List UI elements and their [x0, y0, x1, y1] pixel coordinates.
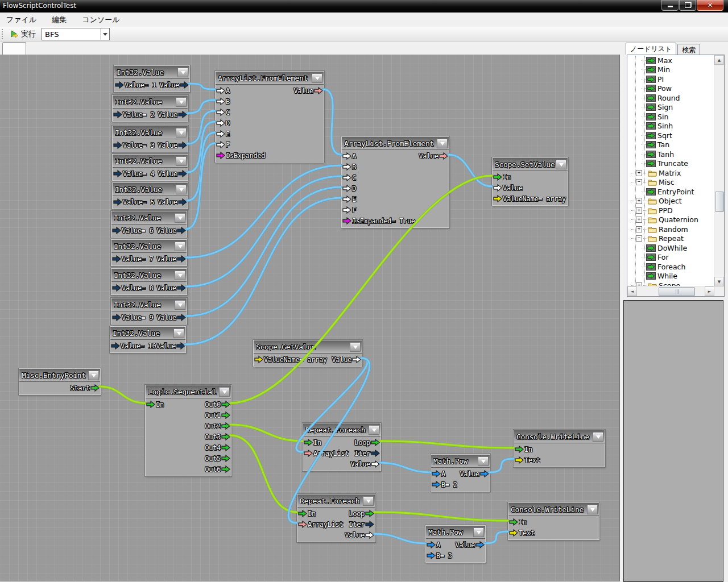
input-pin-in[interactable]: In: [509, 518, 527, 526]
menu-console[interactable]: コンソール: [76, 13, 126, 27]
output-pin-out6[interactable]: Out6: [205, 465, 230, 473]
node-menu-button[interactable]: [173, 329, 184, 338]
input-pin-text[interactable]: Text: [515, 456, 540, 464]
output-pin-iter[interactable]: Iter: [354, 450, 380, 458]
input-pin-value-3[interactable]: Value= 3: [113, 142, 154, 149]
node-titlebar[interactable]: Int32.Value: [113, 95, 188, 109]
tree-item-sign[interactable]: Sign: [628, 103, 714, 113]
node-menu-button[interactable]: [176, 128, 187, 138]
tree-item-matrix[interactable]: + Matrix: [628, 168, 714, 178]
node-titlebar[interactable]: Int32.Value: [113, 183, 188, 196]
menu-edit[interactable]: 編集: [46, 13, 73, 27]
tree-vertical-scrollbar[interactable]: ▲ ▼: [714, 55, 724, 286]
maximize-button[interactable]: [679, 0, 696, 11]
input-pin-in[interactable]: In: [515, 446, 532, 454]
input-pin-value-8[interactable]: Value= 8: [112, 284, 153, 292]
node-menu-button[interactable]: [312, 73, 322, 83]
tree-item-misc[interactable]: − Misc: [628, 178, 714, 188]
node-titlebar[interactable]: Int32.Value: [114, 66, 189, 79]
node-menu-button[interactable]: [176, 156, 187, 166]
node-int32-value[interactable]: Int32.Value Value= 9 Value: [111, 298, 187, 325]
scrollbar-thumb[interactable]: [715, 192, 724, 212]
tree-item-pow[interactable]: Pow: [628, 84, 714, 94]
node-menu-button[interactable]: [556, 160, 566, 169]
scrollbar-up-button[interactable]: ▲: [714, 55, 724, 65]
input-pin-value-9[interactable]: Value= 9: [112, 314, 153, 322]
input-pin-value-2[interactable]: Value= 2: [113, 111, 154, 119]
input-pin-b-3[interactable]: B= 3: [427, 552, 452, 560]
node-int32-value[interactable]: Int32.Value Value= 7 Value: [111, 239, 187, 266]
node-math-pow[interactable]: Math.Pow A Value B= 2: [431, 454, 490, 492]
input-pin-value-5[interactable]: Value= 5: [113, 198, 154, 206]
input-pin-a[interactable]: A: [432, 470, 445, 478]
node-menu-button[interactable]: [437, 139, 448, 148]
input-pin-b[interactable]: B: [216, 98, 230, 106]
node-titlebar[interactable]: Console.WriteLine: [508, 503, 599, 516]
node-titlebar[interactable]: Math.Pow: [431, 455, 490, 468]
node-titlebar[interactable]: Scope.GetValue: [254, 340, 362, 354]
output-pin-out0[interactable]: Out0: [205, 401, 230, 409]
input-pin-c[interactable]: C: [216, 109, 230, 117]
tree-item-tan[interactable]: Tan: [628, 140, 714, 150]
scrollbar-left-button[interactable]: ◄: [627, 286, 637, 296]
tree-item-pi[interactable]: PI: [628, 74, 714, 84]
tree-item-sqrt[interactable]: Sqrt: [628, 131, 714, 140]
node-titlebar[interactable]: Math.Pow: [426, 526, 485, 539]
input-pin-arraylist[interactable]: ArrayList: [304, 450, 349, 458]
output-pin-value[interactable]: Value: [293, 87, 323, 95]
node-titlebar[interactable]: Logic.Sequential: [146, 385, 231, 398]
tree-item-min[interactable]: Min: [628, 65, 714, 75]
node-menu-button[interactable]: [177, 68, 188, 77]
input-pin-e[interactable]: E: [216, 130, 230, 138]
input-pin-c[interactable]: C: [342, 174, 356, 182]
node-titlebar[interactable]: Scope.SetValue: [493, 158, 568, 171]
node-menu-button[interactable]: [369, 425, 379, 435]
output-pin-value[interactable]: Value: [455, 541, 485, 549]
node-int32-value[interactable]: Int32.Value Value= 6 Value: [111, 211, 187, 238]
node-titlebar[interactable]: Repeat.Foreach: [303, 423, 380, 436]
input-pin-a[interactable]: A: [216, 87, 230, 95]
node-menu-button[interactable]: [175, 242, 185, 251]
node-logic-sequential[interactable]: Logic.Sequential In Out0 Out1 Out2 Out3 …: [145, 385, 231, 476]
document-tab[interactable]: [2, 42, 26, 55]
output-pin-value[interactable]: Value: [156, 255, 186, 263]
scrollbar-right-button[interactable]: ►: [705, 286, 714, 296]
input-pin-d[interactable]: D: [216, 119, 230, 127]
input-pin-f[interactable]: F: [216, 141, 230, 149]
output-pin-value[interactable]: Value: [156, 227, 186, 235]
tree-item-random[interactable]: + Random: [628, 225, 714, 234]
node-titlebar[interactable]: Repeat.Foreach: [297, 494, 375, 508]
tree-item-sinh[interactable]: Sinh: [628, 122, 714, 131]
node-menu-button[interactable]: [175, 300, 185, 310]
output-pin-value[interactable]: Value: [156, 342, 185, 350]
tree-item-repeat[interactable]: − Repeat: [628, 234, 714, 244]
node-menu-button[interactable]: [175, 271, 185, 280]
node-menu-button[interactable]: [473, 527, 484, 537]
output-pin-value[interactable]: Value: [332, 356, 361, 364]
input-pin-in[interactable]: In: [304, 439, 321, 447]
input-pin-a[interactable]: A: [342, 152, 356, 160]
tree-item-for[interactable]: For: [628, 253, 714, 263]
tree-item-object[interactable]: + Object: [628, 197, 714, 206]
node-menu-button[interactable]: [478, 456, 489, 466]
tree-expand-toggle[interactable]: +: [636, 170, 642, 176]
node-repeat-foreach[interactable]: Repeat.Foreach In Loop ArrayList Iter Va…: [297, 494, 375, 542]
node-titlebar[interactable]: Int32.Value: [111, 240, 187, 253]
input-pin-value-7[interactable]: Value= 7: [112, 255, 153, 263]
tree-item-dowhile[interactable]: DoWhile: [628, 243, 714, 253]
node-titlebar[interactable]: Int32.Value: [110, 327, 185, 340]
node-menu-button[interactable]: [176, 185, 187, 194]
tree-item-tanh[interactable]: Tanh: [628, 149, 714, 159]
node-int32-value[interactable]: Int32.Value Value= 1 Value: [114, 65, 190, 92]
tree-expand-toggle[interactable]: +: [636, 198, 642, 204]
node-titlebar[interactable]: Misc.EntryPoint: [19, 369, 100, 382]
node-titlebar[interactable]: Int32.Value: [111, 298, 187, 311]
output-pin-value[interactable]: Value: [158, 142, 187, 149]
input-pin-isexpanded[interactable]: IsExpanded: [216, 152, 265, 160]
node-menu-button[interactable]: [219, 387, 230, 397]
input-pin-valuename-array[interactable]: ValueName= array: [493, 195, 566, 203]
tab-search[interactable]: 検索: [677, 44, 700, 55]
input-pin-value-6[interactable]: Value= 6: [112, 227, 153, 235]
input-pin-valuename-array[interactable]: ValueName= array: [254, 356, 327, 364]
search-mode-combobox[interactable]: BFS: [42, 28, 110, 40]
